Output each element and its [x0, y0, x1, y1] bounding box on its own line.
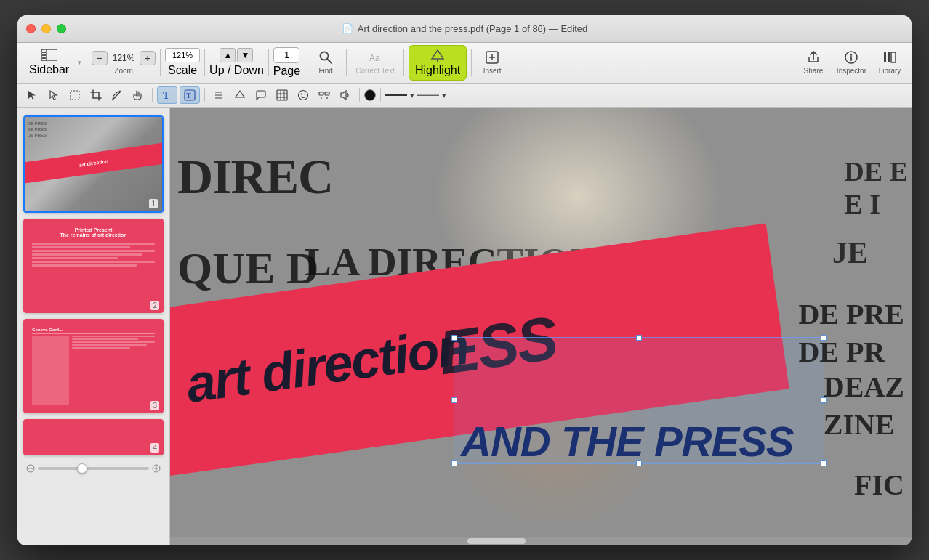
insert-label: Insert: [483, 67, 502, 75]
line-style-dropdown[interactable]: ▾: [410, 91, 414, 100]
ann-sep-4: [380, 88, 381, 102]
page-1-number: 1: [149, 199, 158, 208]
page-1-thumbnail[interactable]: art direction DE PRESDE PRESDE PRES 1: [23, 115, 164, 213]
pen-button[interactable]: [108, 87, 126, 103]
insert-button[interactable]: Insert: [476, 47, 508, 78]
line-style-preview: [385, 94, 407, 96]
zoom-slider-min-icon: [26, 464, 35, 473]
viewer-scrollbar[interactable]: [170, 537, 912, 545]
svg-rect-16: [884, 52, 886, 62]
close-button[interactable]: [26, 24, 36, 33]
window-title: 📄 Art direction and the press.pdf (Page …: [342, 23, 588, 34]
library-icon: [882, 50, 897, 65]
page-input[interactable]: [273, 47, 299, 63]
rect-select-button[interactable]: [65, 87, 84, 103]
audio-button[interactable]: [336, 87, 355, 103]
emoji-icon: [297, 89, 309, 101]
separator-5: [305, 49, 305, 76]
sidebar-icon: [41, 49, 57, 61]
share-button[interactable]: Share: [797, 47, 829, 78]
insert-icon: [485, 50, 499, 65]
inspector-label: Inspector: [837, 67, 866, 75]
svg-marker-8: [432, 50, 443, 59]
comment-icon: [255, 89, 267, 101]
svg-point-34: [305, 94, 306, 95]
page-4-thumbnail[interactable]: 4: [23, 419, 164, 455]
annotation-toolbar: T T: [17, 84, 912, 108]
page-up-button[interactable]: ▲: [220, 48, 236, 62]
page-3-number: 3: [150, 401, 159, 410]
file-icon: 📄: [342, 23, 353, 34]
line-style-2: [417, 94, 439, 96]
inspector-icon: [844, 50, 858, 65]
minimize-button[interactable]: [41, 24, 51, 33]
mag-text-que: QUE D: [177, 243, 319, 294]
comment-button[interactable]: [252, 87, 270, 103]
ess-text: ESS: [435, 283, 724, 383]
titlebar: 📄 Art direction and the press.pdf (Page …: [17, 15, 912, 43]
mag-text-fic: FIC: [854, 468, 904, 502]
maximize-button[interactable]: [57, 24, 66, 33]
svg-text:T: T: [186, 92, 191, 100]
page-3-thumbnail[interactable]: Geneva Conf...: [23, 319, 164, 413]
text-tool-button[interactable]: T: [157, 86, 177, 104]
markup-text-icon: T: [184, 89, 196, 101]
markup-text-button[interactable]: T: [180, 86, 200, 104]
svg-rect-35: [319, 92, 323, 95]
mag-text-de-pre: DE PREDE PR: [798, 296, 904, 371]
svg-rect-2: [42, 52, 46, 53]
share-label: Share: [804, 67, 824, 75]
line-style-dropdown-2[interactable]: ▾: [442, 91, 446, 100]
ann-sep-1: [152, 88, 153, 102]
pointer-tool-button[interactable]: [44, 87, 63, 103]
separator-2: [160, 49, 161, 76]
toolbar-right: Share Inspector Library: [797, 47, 906, 78]
page-3-thumb-image: Geneva Conf...: [23, 319, 164, 413]
arrow-tool-button[interactable]: [23, 87, 42, 103]
list-button[interactable]: [209, 87, 228, 103]
line-style-controls: ▾ ▾: [385, 91, 446, 100]
sidebar-button[interactable]: Sidebar: [23, 46, 75, 79]
scrollbar-thumb[interactable]: [467, 538, 526, 544]
page-2-number: 2: [150, 301, 159, 310]
separator-4: [268, 49, 269, 76]
find-button[interactable]: Find: [310, 47, 342, 78]
page-down-button[interactable]: ▼: [237, 48, 253, 62]
share-icon: [806, 50, 821, 65]
separator-3: [204, 49, 205, 76]
svg-rect-4: [42, 57, 46, 59]
mag-text-direc: DIREC: [177, 148, 333, 206]
svg-text:T: T: [163, 90, 170, 101]
svg-rect-27: [277, 90, 287, 100]
shape-icon: [234, 89, 246, 101]
svg-line-6: [327, 59, 331, 63]
crop-button[interactable]: [87, 87, 105, 103]
separator-7: [403, 49, 404, 76]
svg-point-33: [301, 94, 302, 95]
library-button[interactable]: Library: [874, 47, 906, 78]
shape-button[interactable]: [230, 87, 249, 103]
page-2-thumbnail[interactable]: Printed PresentThe remains of art direct…: [23, 219, 164, 313]
pdf-viewer[interactable]: DIREC QUE D LA DIRECTION JE DE EE I art …: [170, 108, 912, 545]
inspector-button[interactable]: Inspector: [832, 47, 871, 78]
zoom-in-button[interactable]: +: [140, 51, 156, 65]
traffic-lights: [26, 24, 66, 33]
zoom-slider-thumb[interactable]: [77, 463, 87, 474]
hand-button[interactable]: [129, 87, 148, 103]
emoji-button[interactable]: [294, 87, 313, 103]
navigate-button[interactable]: [315, 87, 334, 103]
highlight-button[interactable]: Highlight: [409, 45, 467, 81]
table-button[interactable]: [273, 87, 291, 103]
color-picker[interactable]: [364, 89, 376, 101]
main-content: art direction DE PRESDE PRESDE PRES 1 Pr…: [17, 108, 912, 545]
arrow-select-icon: [27, 89, 39, 101]
mag-text-deaz-zine: DEAZZINE: [824, 368, 904, 444]
and-the-press-text: AND THE PRESS: [461, 421, 794, 463]
sidebar-label: Sidebar: [29, 63, 69, 76]
zoom-out-button[interactable]: −: [92, 51, 108, 65]
svg-rect-36: [325, 92, 329, 95]
zoom-slider-track[interactable]: [38, 467, 149, 470]
scale-input[interactable]: [165, 48, 200, 62]
correct-text-label: Correct Text: [355, 67, 395, 75]
correct-text-button[interactable]: Aa Correct Text: [351, 47, 399, 78]
